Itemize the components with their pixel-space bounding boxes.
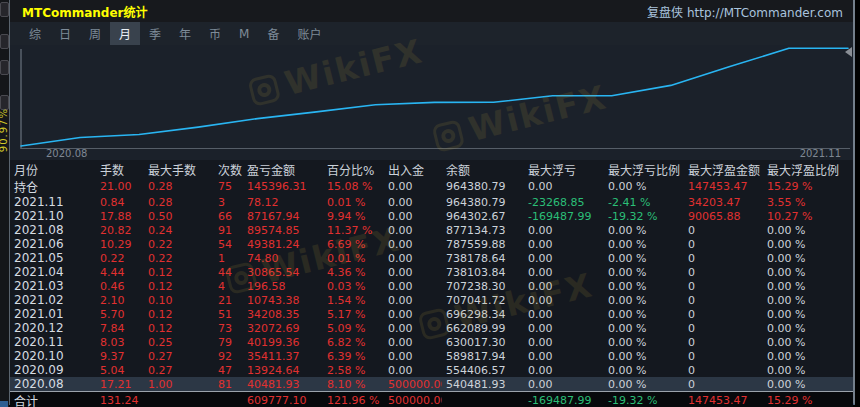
table-row-2021.04[interactable]: 2021.044.440.124430865.544.36 %0.0073810… — [10, 265, 853, 279]
cell-max-lots: 0.50 — [144, 209, 214, 223]
column-header-pct[interactable]: 百分比% — [323, 160, 384, 178]
column-header-balance[interactable]: 余额 — [442, 160, 524, 178]
column-header-month[interactable]: 月份 — [10, 160, 96, 178]
cell-max-float-profit-pct: 0.00 % — [763, 307, 853, 321]
equity-curve-plot[interactable] — [10, 45, 853, 160]
column-header-count[interactable]: 次数 — [214, 160, 243, 178]
cell-max-float-loss: 0.00 — [524, 377, 604, 392]
brand-link[interactable]: 复盘侠 http://MTCommander.com — [647, 3, 843, 20]
table-row-2021.06[interactable]: 2021.0610.290.225449381.246.69 %0.007875… — [10, 237, 853, 251]
table-row-2021.05[interactable]: 2021.050.220.22174.800.01 %0.00738178.64… — [10, 251, 853, 265]
cell-lots: 0.84 — [96, 195, 144, 209]
table-row-持仓[interactable]: 持仓21.000.2875145396.3115.08 %0.00964380.… — [10, 178, 853, 195]
menu-item-9[interactable]: 备 — [258, 22, 288, 45]
table-row-2020.12[interactable]: 2020.127.840.127332072.695.09 %0.0066208… — [10, 321, 853, 335]
menu-item-8[interactable]: M — [230, 24, 258, 44]
column-header-max-float-loss[interactable]: 最大浮亏 — [524, 160, 604, 178]
cell-max-lots: 0.28 — [144, 195, 214, 209]
menu-item-4[interactable]: 月 — [110, 22, 140, 45]
chart-scroll-arrow-icon[interactable] — [845, 47, 852, 57]
column-header-max-float-profit[interactable]: 最大浮盈金额 — [684, 160, 763, 178]
cell-count: 73 — [214, 321, 243, 335]
column-header-inout[interactable]: 出入金 — [384, 160, 442, 178]
menu-item-7[interactable]: 币 — [200, 22, 230, 45]
cell-max-float-profit-pct: 0.00 % — [763, 265, 853, 279]
table-row-2020.10[interactable]: 2020.109.370.279235411.376.39 %0.0058981… — [10, 349, 853, 363]
table-row-2021.10[interactable]: 2021.1017.880.506687167.949.94 %0.009643… — [10, 209, 853, 223]
cell-max-float-profit-pct: 3.55 % — [763, 195, 853, 209]
menu-item-5[interactable]: 季 — [140, 22, 170, 45]
cell-balance: 738178.64 — [442, 251, 524, 265]
monthly-stats-table: 月份手数最大手数次数盈亏金额百分比%出入金余额最大浮亏最大浮亏比例最大浮盈金额最… — [10, 160, 853, 407]
cell-max-float-profit-pct: 0.00 % — [763, 377, 853, 392]
table-header-row: 月份手数最大手数次数盈亏金额百分比%出入金余额最大浮亏最大浮亏比例最大浮盈金额最… — [10, 160, 853, 178]
cell-max-float-profit-pct: 15.29 % — [763, 392, 853, 407]
column-header-max-float-loss-pct[interactable]: 最大浮亏比例 — [604, 160, 684, 178]
table-total-row[interactable]: 合计131.24609777.10121.96 %500000.00-16948… — [10, 392, 853, 407]
column-header-lots[interactable]: 手数 — [96, 160, 144, 178]
cell-max-float-profit: 0 — [684, 349, 763, 363]
cell-inout: 0.00 — [384, 223, 442, 237]
cell-inout: 0.00 — [384, 251, 442, 265]
cell-max-float-loss: 0.00 — [524, 349, 604, 363]
cell-count — [214, 392, 243, 407]
column-header-pnl[interactable]: 盈亏金额 — [243, 160, 323, 178]
cell-max-lots: 0.28 — [144, 178, 214, 195]
cell-pnl: 609777.10 — [243, 392, 323, 407]
cell-max-lots: 0.12 — [144, 265, 214, 279]
cell-max-lots: 1.00 — [144, 377, 214, 392]
cell-count: 21 — [214, 293, 243, 307]
cell-max-float-profit-pct: 0.00 % — [763, 279, 853, 293]
menu-item-6[interactable]: 年 — [170, 22, 200, 45]
cell-pct: 0.03 % — [323, 279, 384, 293]
menu-item-2[interactable]: 日 — [50, 22, 80, 45]
cell-pnl: 35411.37 — [243, 349, 323, 363]
table-row-2021.02[interactable]: 2021.022.100.102110743.381.54 %0.0070704… — [10, 293, 853, 307]
cell-balance: 877134.73 — [442, 223, 524, 237]
table-row-2020.09[interactable]: 2020.095.040.274713924.642.58 %0.0055440… — [10, 363, 853, 377]
cell-pct: 2.58 % — [323, 363, 384, 377]
cell-count: 66 — [214, 209, 243, 223]
cell-max-float-loss-pct: 0.00 % — [604, 293, 684, 307]
table-row-2020.08[interactable]: 2020.0817.211.008140481.938.10 %500000.0… — [10, 377, 853, 392]
menu-item-3[interactable]: 周 — [80, 22, 110, 45]
cell-max-float-loss: 0.00 — [524, 178, 604, 195]
cell-max-lots — [144, 392, 214, 407]
cell-max-float-profit-pct: 10.27 % — [763, 209, 853, 223]
menu-item-10[interactable]: 账户 — [288, 22, 330, 45]
cell-lots: 7.84 — [96, 321, 144, 335]
cell-month: 2020.08 — [10, 377, 96, 392]
cell-inout: 0.00 — [384, 321, 442, 335]
cell-max-float-loss-pct: 0.00 % — [604, 265, 684, 279]
table-row-2021.11[interactable]: 2021.110.840.28378.120.01 %0.00964380.79… — [10, 195, 853, 209]
cell-pnl: 13924.64 — [243, 363, 323, 377]
column-header-max-lots[interactable]: 最大手数 — [144, 160, 214, 178]
table-row-2021.01[interactable]: 2021.015.700.125134208.355.17 %0.0069629… — [10, 307, 853, 321]
table-row-2021.03[interactable]: 2021.030.460.124196.580.03 %0.00707238.3… — [10, 279, 853, 293]
cell-max-lots: 0.12 — [144, 307, 214, 321]
table-row-2020.11[interactable]: 2020.118.030.257940199.366.82 %0.0063001… — [10, 335, 853, 349]
cell-inout: 0.00 — [384, 279, 442, 293]
x-axis-end-label: 2021.11 — [800, 148, 841, 159]
cell-max-float-profit-pct: 0.00 % — [763, 223, 853, 237]
menu-item-1[interactable]: 综 — [20, 22, 50, 45]
equity-chart[interactable]: 2020.08 2021.11 — [10, 45, 853, 160]
cell-max-float-profit: 34203.47 — [684, 195, 763, 209]
cell-pct: 0.01 % — [323, 251, 384, 265]
cell-max-float-profit-pct: 0.00 % — [763, 363, 853, 377]
cell-count: 54 — [214, 237, 243, 251]
cell-balance: 787559.88 — [442, 237, 524, 251]
cell-lots: 21.00 — [96, 178, 144, 195]
cell-lots: 20.82 — [96, 223, 144, 237]
column-header-max-float-profit-pct[interactable]: 最大浮盈比例 — [763, 160, 853, 178]
cell-max-float-loss-pct: 0.00 % — [604, 321, 684, 335]
cell-month: 2020.10 — [10, 349, 96, 363]
cell-max-float-profit: 90065.88 — [684, 209, 763, 223]
cell-pnl: 30865.54 — [243, 265, 323, 279]
cell-max-float-loss-pct: -19.32 % — [604, 209, 684, 223]
cell-count: 1 — [214, 251, 243, 265]
cell-count: 79 — [214, 335, 243, 349]
table-row-2021.08[interactable]: 2021.0820.820.249189574.8511.37 %0.00877… — [10, 223, 853, 237]
cell-pnl: 89574.85 — [243, 223, 323, 237]
cell-count: 51 — [214, 307, 243, 321]
